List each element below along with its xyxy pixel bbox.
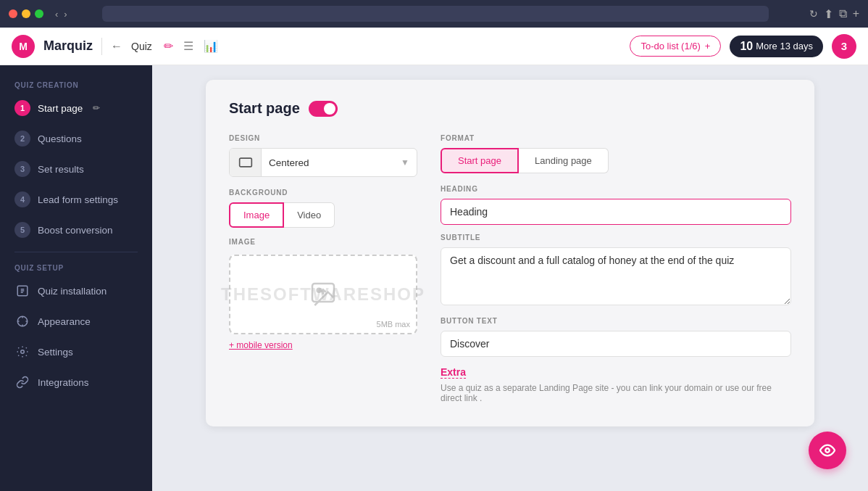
list-icon[interactable]: ☰ bbox=[183, 39, 193, 53]
minimize-dot[interactable] bbox=[22, 9, 30, 18]
button-text-field: Button Text bbox=[441, 317, 791, 366]
design-label: Design bbox=[229, 134, 417, 142]
url-bar[interactable] bbox=[102, 6, 769, 22]
sidebar-num-3: 3 bbox=[14, 161, 30, 177]
image-field: Image TheSoftwareShop bbox=[229, 238, 417, 351]
sidebar-label-start-page: Start page bbox=[38, 103, 83, 114]
toggle-thumb bbox=[324, 103, 335, 115]
sidebar-label-boost-conversion: Boost conversion bbox=[38, 225, 113, 236]
extra-heading: Extra bbox=[441, 366, 466, 379]
edit-icon[interactable]: ✏ bbox=[164, 39, 173, 53]
format-buttons: Start page Landing page bbox=[441, 148, 791, 173]
sidebar-label-settings: Settings bbox=[38, 347, 73, 358]
sidebar-label-integrations: Integrations bbox=[38, 377, 89, 388]
sidebar-label-quiz-installation: Quiz installation bbox=[38, 286, 107, 297]
sidebar-num-4: 4 bbox=[14, 191, 30, 207]
sidebar-item-quiz-installation[interactable]: Quiz installation bbox=[0, 276, 152, 305]
design-dropdown[interactable]: Centered ▼ bbox=[229, 148, 417, 177]
sidebar-item-start-page[interactable]: 1 Start page ✏ bbox=[0, 94, 152, 123]
user-avatar[interactable]: 3 bbox=[832, 34, 856, 59]
mobile-version-link[interactable]: + mobile version bbox=[229, 340, 293, 350]
format-landing-page-button[interactable]: Landing page bbox=[519, 148, 609, 173]
svg-rect-3 bbox=[239, 158, 251, 167]
back-nav-icon[interactable]: ‹ bbox=[55, 9, 58, 20]
sidebar-item-set-results[interactable]: 3 Set results bbox=[0, 154, 152, 183]
panel-header: Start page bbox=[229, 100, 791, 117]
quiz-label: Quiz bbox=[131, 41, 152, 52]
panel: Start page Design bbox=[206, 80, 814, 426]
button-text-input[interactable] bbox=[441, 331, 791, 357]
button-text-label: Button Text bbox=[441, 317, 791, 325]
sidebar-item-lead-form[interactable]: 4 Lead form settings bbox=[0, 185, 152, 214]
svg-point-6 bbox=[825, 448, 830, 453]
toggle-switch[interactable] bbox=[309, 101, 338, 117]
bg-video-button[interactable]: Video bbox=[284, 202, 335, 228]
maximize-dot[interactable] bbox=[35, 9, 43, 18]
bg-buttons: Image Video bbox=[229, 202, 417, 228]
panel-col-left: Design Centered ▼ Background bbox=[229, 134, 417, 403]
forward-nav-icon[interactable]: › bbox=[64, 9, 67, 20]
panel-row: Design Centered ▼ Background bbox=[229, 134, 791, 403]
subtitle-textarea[interactable]: Get a discount and a full catalog of hon… bbox=[441, 247, 791, 305]
chart-icon[interactable]: 📊 bbox=[204, 39, 218, 53]
panel-col-right: Format Start page Landing page Heading S… bbox=[441, 134, 791, 403]
quiz-creation-label: Quiz Creation bbox=[0, 77, 152, 92]
subtitle-field: Subtitle Get a discount and a full catal… bbox=[441, 234, 791, 317]
heading-input[interactable] bbox=[441, 199, 791, 225]
days-label: More 13 days bbox=[756, 41, 813, 51]
app-title: Marquiz bbox=[43, 38, 93, 54]
integrations-icon bbox=[14, 374, 30, 390]
sidebar-label-lead-form: Lead form settings bbox=[38, 194, 118, 205]
heading-field: Heading bbox=[441, 185, 791, 234]
background-label: Background bbox=[229, 189, 417, 197]
upload-inner bbox=[309, 280, 338, 309]
refresh-icon[interactable]: ↻ bbox=[809, 8, 818, 20]
extra-section: Extra Use a quiz as a separate Landing P… bbox=[441, 366, 791, 403]
eye-icon bbox=[819, 442, 835, 458]
edit-page-icon[interactable]: ✏ bbox=[93, 103, 100, 113]
window-controls bbox=[9, 9, 43, 18]
sidebar-num-2: 2 bbox=[14, 131, 30, 147]
upload-icon bbox=[309, 280, 338, 309]
format-start-page-button[interactable]: Start page bbox=[441, 148, 519, 173]
heading-label: Heading bbox=[441, 185, 791, 193]
todo-button[interactable]: To-do list (1/6) + bbox=[630, 36, 721, 57]
main-layout: Quiz Creation 1 Start page ✏ 2 Questions… bbox=[0, 65, 868, 491]
settings-icon bbox=[14, 344, 30, 360]
format-field: Format Start page Landing page bbox=[441, 134, 791, 173]
subtitle-label: Subtitle bbox=[441, 234, 791, 242]
sidebar-num-5: 5 bbox=[14, 222, 30, 238]
design-option-text: Centered bbox=[262, 157, 393, 168]
sidebar-item-boost-conversion[interactable]: 5 Boost conversion bbox=[0, 215, 152, 244]
appearance-icon bbox=[14, 313, 30, 329]
fab-button[interactable] bbox=[809, 432, 846, 469]
image-label: Image bbox=[229, 238, 417, 246]
panel-title: Start page bbox=[229, 100, 300, 117]
format-label: Format bbox=[441, 134, 791, 142]
upload-size-limit: 5MB max bbox=[377, 320, 410, 329]
quiz-install-icon bbox=[14, 283, 30, 299]
tabs-icon[interactable]: ⧉ bbox=[839, 7, 847, 21]
image-upload-area[interactable]: TheSoftwareShop 5MB max bbox=[229, 255, 417, 334]
titlebar-actions: ⬆ ⧉ + bbox=[824, 7, 859, 21]
background-field: Background Image Video bbox=[229, 189, 417, 228]
browser-nav: ‹ › bbox=[55, 9, 67, 20]
sidebar-item-integrations[interactable]: Integrations bbox=[0, 368, 152, 397]
share-icon[interactable]: ⬆ bbox=[824, 7, 833, 21]
sidebar-label-appearance: Appearance bbox=[38, 316, 91, 327]
close-dot[interactable] bbox=[9, 9, 17, 18]
back-button[interactable]: ← bbox=[111, 40, 122, 53]
sidebar-item-settings[interactable]: Settings bbox=[0, 337, 152, 366]
sidebar-item-questions[interactable]: 2 Questions bbox=[0, 124, 152, 153]
menu-icon[interactable]: + bbox=[853, 7, 859, 21]
sidebar-item-appearance[interactable]: Appearance bbox=[0, 307, 152, 336]
sidebar-num-1: 1 bbox=[14, 100, 30, 116]
extra-description: Use a quiz as a separate Landing Page si… bbox=[441, 383, 791, 403]
logo: M bbox=[12, 35, 35, 58]
appbar-divider bbox=[101, 38, 102, 55]
bg-image-button[interactable]: Image bbox=[229, 202, 284, 228]
main-content: Start page Design bbox=[152, 65, 868, 491]
sidebar-divider bbox=[14, 252, 138, 252]
days-badge: 10 More 13 days bbox=[730, 36, 823, 57]
extra-label[interactable]: Extra bbox=[441, 366, 791, 379]
